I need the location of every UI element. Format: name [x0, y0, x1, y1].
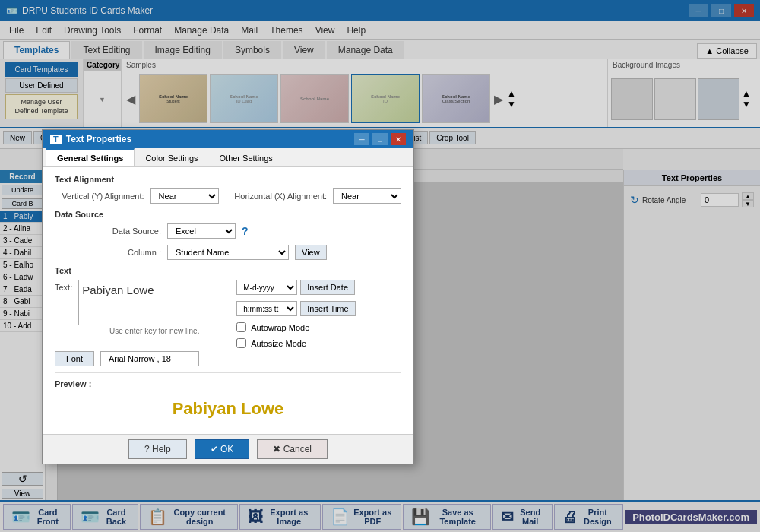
font-button[interactable]: Font [55, 351, 94, 366]
vertical-alignment-select[interactable]: Near Center Far [150, 188, 219, 204]
insert-time-button[interactable]: Insert Time [300, 301, 355, 316]
dialog-title-icon: T [50, 135, 62, 144]
dialog-title-text: Text Properties [66, 134, 131, 144]
preview-text: Pabiyan Lowe [55, 391, 401, 426]
help-button[interactable]: ? Help [128, 439, 187, 459]
tab-general-settings[interactable]: General Settings [46, 148, 135, 166]
dialog-tabs: General Settings Color Settings Other Se… [43, 148, 413, 167]
column-row: Column : Student Name Father's Name Roll… [55, 245, 401, 260]
text-textarea[interactable]: Pabiyan Lowe [78, 280, 230, 325]
autosize-label: Autosize Mode [251, 339, 306, 348]
help-icon[interactable]: ? [242, 225, 249, 237]
horizontal-alignment-select[interactable]: Near Center Far [333, 188, 401, 204]
date-time-col: M-d-yyyy d/M/yyyy Insert Date h:mm:ss tt… [236, 280, 355, 351]
horizontal-alignment-label: Horizontal (X) Alignment: [225, 192, 327, 201]
dialog-title-left: T Text Properties [50, 134, 131, 144]
time-row: h:mm:ss tt HH:mm:ss Insert Time [236, 301, 355, 316]
date-row: M-d-yyyy d/M/yyyy Insert Date [236, 280, 355, 295]
text-input-area: Text: Pabiyan Lowe Use enter key for new… [55, 280, 401, 351]
tab-color-settings[interactable]: Color Settings [135, 148, 208, 166]
dialog-body: Text Alignment Vertical (Y) Alignment: N… [43, 167, 413, 434]
cancel-button[interactable]: ✖ Cancel [257, 439, 328, 459]
column-label: Column : [55, 248, 161, 257]
font-display: Arial Narrow , 18 [100, 351, 199, 366]
dialog-minimize-button[interactable]: ─ [354, 133, 369, 145]
date-format-select[interactable]: M-d-yyyy d/M/yyyy [236, 280, 297, 295]
autowrap-label: Autowrap Mode [251, 323, 309, 332]
ok-button[interactable]: ✔ OK [195, 439, 250, 459]
text-properties-dialog: T Text Properties ─ □ ✕ General Settings… [42, 129, 414, 464]
font-row: Font Arial Narrow , 18 [55, 351, 401, 366]
view-button[interactable]: View [295, 245, 327, 260]
dialog-close-button[interactable]: ✕ [391, 133, 406, 145]
tab-other-settings[interactable]: Other Settings [209, 148, 283, 166]
autowrap-checkbox[interactable] [236, 322, 246, 332]
data-source-select[interactable]: Excel CSV Access [167, 223, 236, 239]
data-source-row: Data Source: Excel CSV Access ? [55, 223, 401, 239]
text-label-col: Text: [55, 280, 72, 351]
dialog-titlebar: T Text Properties ─ □ ✕ [43, 130, 413, 148]
autowrap-row: Autowrap Mode [236, 322, 355, 332]
time-format-select[interactable]: h:mm:ss tt HH:mm:ss [236, 301, 297, 316]
text-section-title: Text [55, 266, 401, 275]
autosize-row: Autosize Mode [236, 338, 355, 348]
text-label: Text: [55, 280, 72, 292]
data-source-label: Data Source: [55, 226, 161, 236]
preview-label: Preview : [55, 379, 91, 388]
dialog-controls: ─ □ ✕ [354, 133, 406, 145]
vertical-alignment-label: Vertical (Y) Alignment: [55, 192, 144, 201]
enter-hint: Use enter key for new line. [78, 327, 230, 335]
dialog-maximize-button[interactable]: □ [372, 133, 388, 145]
data-source-title: Data Source [55, 210, 401, 219]
text-input-col: Pabiyan Lowe Use enter key for new line. [78, 280, 230, 351]
insert-date-button[interactable]: Insert Date [300, 280, 355, 295]
vertical-alignment-row: Vertical (Y) Alignment: Near Center Far … [55, 188, 401, 204]
preview-header: Preview : [55, 379, 401, 391]
column-select[interactable]: Student Name Father's Name Roll No [167, 245, 289, 260]
text-alignment-title: Text Alignment [55, 175, 401, 184]
preview-section: Preview : Pabiyan Lowe [55, 372, 401, 426]
dialog-footer: ? Help ✔ OK ✖ Cancel [43, 434, 413, 464]
autosize-checkbox[interactable] [236, 338, 246, 348]
